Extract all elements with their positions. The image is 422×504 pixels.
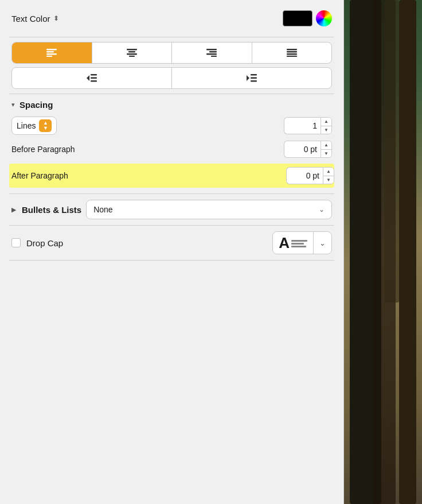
lines-control: ▲ ▼ [284, 117, 332, 134]
spacing-header: ▾ Spacing [11, 100, 332, 110]
before-paragraph-increment[interactable]: ▲ [321, 141, 331, 150]
photo-background [344, 0, 422, 504]
dropcap-lines [291, 235, 307, 247]
svg-rect-10 [206, 53, 217, 55]
dropcap-checkbox[interactable] [11, 238, 21, 247]
svg-rect-12 [287, 49, 297, 51]
align-right-button[interactable] [172, 42, 252, 63]
dropcap-line-1 [291, 240, 307, 242]
dropcap-left: Drop Cap [11, 238, 63, 248]
after-paragraph-row: After Paragraph ▲ ▼ [9, 164, 334, 188]
dropcap-preview: A [273, 233, 313, 253]
bullets-section: ▶ Bullets & Lists None ⌄ [0, 194, 343, 225]
dropcap-line-2 [291, 243, 304, 245]
svg-rect-17 [91, 74, 97, 76]
svg-marker-16 [87, 75, 89, 81]
lines-input[interactable] [284, 117, 321, 134]
text-color-label: Text Color ⬍ [11, 14, 59, 24]
align-center-button[interactable] [92, 42, 173, 63]
dropcap-chevron-icon[interactable]: ⌄ [314, 239, 331, 247]
before-paragraph-label: Before Paragraph [11, 145, 75, 154]
lines-stepper-icon[interactable]: ▲▼ [39, 119, 52, 132]
svg-rect-21 [251, 74, 257, 76]
dropcap-label: Drop Cap [26, 238, 63, 248]
bullets-dropdown-value: None [93, 205, 112, 214]
horizontal-alignment-row [11, 42, 332, 64]
before-paragraph-row: Before Paragraph ▲ ▼ [11, 141, 332, 158]
lines-row: Lines ▲▼ ▲ ▼ [11, 117, 332, 135]
dropcap-row: Drop Cap A ⌄ [11, 231, 332, 254]
svg-rect-13 [287, 51, 297, 53]
svg-rect-0 [46, 49, 57, 51]
svg-rect-15 [287, 56, 297, 57]
svg-rect-6 [127, 53, 137, 55]
after-paragraph-control: ▲ ▼ [286, 167, 334, 184]
lines-decrement-button[interactable]: ▼ [321, 126, 331, 134]
svg-marker-20 [247, 75, 249, 81]
before-paragraph-decrement[interactable]: ▼ [321, 150, 331, 158]
svg-rect-3 [46, 56, 52, 57]
after-paragraph-label: After Paragraph [11, 171, 68, 180]
branch-1 [385, 0, 399, 303]
after-paragraph-increment[interactable]: ▲ [323, 168, 334, 176]
svg-rect-7 [129, 56, 135, 57]
dropcap-control[interactable]: A ⌄ [272, 231, 332, 254]
before-paragraph-control: ▲ ▼ [284, 141, 332, 158]
svg-rect-9 [209, 51, 217, 53]
bullets-chevron-icon[interactable]: ▶ [11, 206, 16, 214]
spacing-section: ▾ Spacing Lines ▲▼ ▲ ▼ Before Paragraph [0, 94, 343, 193]
color-wheel-button[interactable] [316, 10, 332, 26]
spacing-chevron-icon[interactable]: ▾ [11, 101, 15, 108]
lines-dropdown[interactable]: Lines ▲▼ [11, 117, 57, 135]
svg-rect-4 [127, 49, 137, 51]
bullets-row: ▶ Bullets & Lists None ⌄ [11, 200, 332, 219]
svg-rect-18 [91, 77, 97, 79]
bullets-header-label: Bullets & Lists [22, 205, 81, 215]
lines-stepper-buttons: ▲ ▼ [321, 117, 332, 134]
lines-increment-button[interactable]: ▲ [321, 118, 331, 126]
sort-arrows-icon: ⬍ [53, 14, 59, 22]
after-paragraph-decrement[interactable]: ▼ [323, 176, 334, 184]
dropcap-letter: A [279, 235, 290, 250]
svg-rect-23 [251, 80, 257, 82]
before-paragraph-input[interactable] [284, 141, 321, 158]
svg-rect-5 [128, 51, 135, 53]
svg-rect-19 [91, 80, 97, 82]
dropcap-section: Drop Cap A ⌄ [0, 226, 343, 260]
svg-rect-14 [287, 53, 297, 55]
divider-5 [9, 260, 334, 261]
after-paragraph-input[interactable] [286, 167, 323, 184]
bullets-dropdown-chevron-icon: ⌄ [319, 206, 325, 214]
svg-rect-2 [46, 53, 57, 55]
align-left-button[interactable] [12, 42, 92, 63]
color-controls [283, 10, 332, 26]
indent-row [11, 67, 332, 89]
alignment-section [0, 37, 343, 94]
svg-rect-11 [211, 56, 217, 57]
after-paragraph-stepper: ▲ ▼ [323, 167, 334, 184]
indent-increase-button[interactable] [172, 68, 331, 88]
svg-rect-8 [206, 49, 217, 51]
bullets-dropdown[interactable]: None ⌄ [86, 200, 332, 219]
color-swatch[interactable] [283, 10, 312, 26]
lines-label: Lines [17, 121, 36, 130]
align-justify-button[interactable] [252, 42, 332, 63]
text-color-section: Text Color ⬍ [0, 0, 343, 37]
svg-rect-1 [46, 51, 54, 53]
before-paragraph-stepper: ▲ ▼ [321, 141, 332, 158]
dropcap-line-3 [291, 246, 306, 247]
indent-decrease-button[interactable] [12, 68, 171, 88]
spacing-header-label: Spacing [19, 100, 53, 110]
text-color-text: Text Color [11, 14, 50, 24]
svg-rect-22 [251, 77, 257, 79]
